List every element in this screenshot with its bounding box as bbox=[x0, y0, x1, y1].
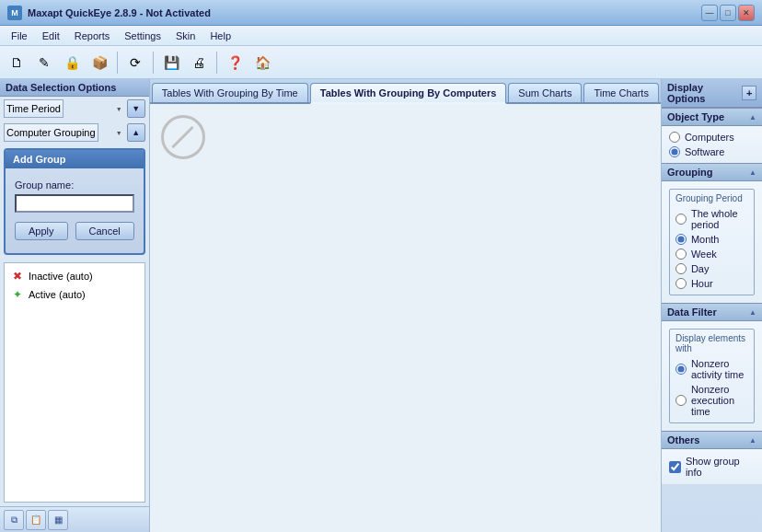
month-radio-item[interactable]: Month bbox=[675, 232, 748, 247]
menu-file[interactable]: File bbox=[4, 29, 35, 43]
toolbar-help-btn[interactable]: ❓ bbox=[222, 50, 248, 75]
left-panel: Data Selection Options Time Period ▼ Com… bbox=[0, 79, 150, 532]
menu-skin[interactable]: Skin bbox=[168, 29, 202, 43]
tab-sum-charts[interactable]: Sum Charts bbox=[508, 83, 582, 102]
display-options-title: Display Options bbox=[667, 82, 742, 104]
software-radio-label: Software bbox=[685, 146, 724, 157]
grouping-title: Grouping bbox=[667, 167, 713, 178]
week-radio[interactable] bbox=[675, 249, 687, 260]
toolbar-save-btn[interactable]: 💾 bbox=[158, 50, 184, 75]
software-radio[interactable] bbox=[669, 146, 680, 157]
add-group-header: Add Group bbox=[6, 150, 144, 168]
menu-edit[interactable]: Edit bbox=[35, 29, 67, 43]
right-panel: Display Options + Object Type ▲ Computer… bbox=[661, 79, 762, 532]
no-content-icon bbox=[161, 115, 205, 159]
object-type-collapse-icon: ▲ bbox=[749, 113, 756, 121]
month-radio[interactable] bbox=[675, 234, 687, 245]
toolbar-print-btn[interactable]: 🖨 bbox=[186, 50, 212, 75]
others-body: Show group info bbox=[662, 449, 762, 484]
data-filter-section-header[interactable]: Data Filter ▲ bbox=[662, 303, 762, 321]
apply-button[interactable]: Apply bbox=[15, 222, 68, 240]
close-button[interactable]: ✕ bbox=[738, 5, 755, 21]
tab-grouping-by-computers[interactable]: Tables With Grouping By Computers bbox=[310, 83, 507, 104]
copy-btn[interactable]: ⧉ bbox=[4, 510, 24, 530]
toolbar-edit-btn[interactable]: ✎ bbox=[31, 50, 57, 75]
inactive-item-label: Inactive (auto) bbox=[29, 271, 93, 282]
computer-grouping-wrapper: Computer Grouping bbox=[4, 123, 125, 142]
hour-label: Hour bbox=[691, 278, 713, 289]
show-group-info-checkbox-item[interactable]: Show group info bbox=[662, 453, 762, 480]
hour-radio[interactable] bbox=[675, 278, 687, 289]
computers-radio[interactable] bbox=[669, 132, 680, 143]
others-title: Others bbox=[667, 434, 699, 445]
object-type-body: Computers Software bbox=[662, 126, 762, 163]
tabs-bar: Tables With Grouping By Time Tables With… bbox=[150, 79, 661, 104]
whole-period-label: The whole period bbox=[691, 208, 748, 230]
active-icon: ✦ bbox=[10, 287, 25, 302]
menu-bar: File Edit Reports Settings Skin Help bbox=[0, 26, 762, 46]
group-name-label: Group name: bbox=[15, 179, 134, 191]
nonzero-execution-label: Nonzero execution time bbox=[691, 384, 748, 417]
window-controls: — □ ✕ bbox=[701, 5, 755, 21]
nonzero-execution-radio[interactable] bbox=[675, 395, 687, 406]
main-area: Data Selection Options Time Period ▼ Com… bbox=[0, 79, 762, 532]
toolbar-home-btn[interactable]: 🏠 bbox=[249, 50, 275, 75]
add-group-dialog: Add Group Group name: Apply Cancel bbox=[4, 148, 145, 255]
app-title: Maxapt QuickEye 2.8.9 - Not Activated bbox=[28, 7, 701, 18]
grid-btn[interactable]: ▦ bbox=[48, 510, 68, 530]
toolbar-new-btn[interactable]: 🗋 bbox=[4, 50, 29, 75]
whole-period-radio-item[interactable]: The whole period bbox=[675, 206, 748, 232]
toolbar-package-btn[interactable]: 📦 bbox=[87, 50, 112, 75]
whole-period-radio[interactable] bbox=[675, 214, 687, 225]
others-collapse-icon: ▲ bbox=[749, 436, 756, 445]
add-group-buttons: Apply Cancel bbox=[15, 222, 134, 246]
show-group-info-checkbox[interactable] bbox=[669, 461, 681, 473]
nonzero-activity-label: Nonzero activity time bbox=[691, 358, 748, 380]
day-radio-item[interactable]: Day bbox=[675, 261, 748, 276]
nonzero-activity-radio-item[interactable]: Nonzero activity time bbox=[675, 356, 748, 382]
grouping-section-header[interactable]: Grouping ▲ bbox=[662, 163, 762, 181]
grouping-body: Grouping Period The whole period Month W… bbox=[662, 181, 762, 303]
others-section-header[interactable]: Others ▲ bbox=[662, 431, 762, 449]
paste-btn[interactable]: 📋 bbox=[26, 510, 46, 530]
maximize-button[interactable]: □ bbox=[720, 5, 736, 21]
computer-grouping-expand-btn[interactable]: ▲ bbox=[127, 123, 145, 142]
content-area: Tables With Grouping By Time Tables With… bbox=[150, 79, 661, 532]
menu-settings[interactable]: Settings bbox=[117, 29, 168, 43]
list-item[interactable]: ✖ Inactive (auto) bbox=[6, 267, 143, 285]
computers-radio-item[interactable]: Computers bbox=[669, 130, 755, 145]
add-group-body: Group name: Apply Cancel bbox=[6, 168, 144, 253]
cancel-button[interactable]: Cancel bbox=[75, 222, 134, 240]
tab-time-charts[interactable]: Time Charts bbox=[583, 83, 659, 102]
menu-reports[interactable]: Reports bbox=[67, 29, 118, 43]
display-elements-subsection: Display elements with Nonzero activity t… bbox=[669, 329, 755, 423]
tab-grouping-by-time[interactable]: Tables With Grouping By Time bbox=[152, 83, 308, 102]
hour-radio-item[interactable]: Hour bbox=[675, 276, 748, 291]
nonzero-execution-radio-item[interactable]: Nonzero execution time bbox=[675, 382, 748, 419]
time-period-dropdown[interactable]: Time Period bbox=[4, 99, 64, 118]
group-name-input[interactable] bbox=[15, 194, 134, 213]
object-type-section-header[interactable]: Object Type ▲ bbox=[662, 108, 762, 126]
day-radio[interactable] bbox=[675, 263, 687, 274]
grouping-collapse-icon: ▲ bbox=[749, 168, 756, 177]
time-period-wrapper: Time Period bbox=[4, 99, 125, 118]
toolbar-lock-btn[interactable]: 🔒 bbox=[59, 50, 85, 75]
left-panel-header: Data Selection Options bbox=[0, 79, 149, 97]
list-item[interactable]: ✦ Active (auto) bbox=[6, 285, 143, 304]
software-radio-item[interactable]: Software bbox=[669, 145, 755, 159]
data-filter-collapse-icon: ▲ bbox=[749, 308, 756, 317]
active-item-label: Active (auto) bbox=[29, 289, 86, 300]
toolbar-refresh-btn[interactable]: ⟳ bbox=[122, 50, 148, 75]
computer-grouping-row: Computer Grouping ▲ bbox=[0, 121, 149, 145]
time-period-expand-btn[interactable]: ▼ bbox=[127, 99, 145, 118]
menu-help[interactable]: Help bbox=[202, 29, 238, 43]
computer-grouping-dropdown[interactable]: Computer Grouping bbox=[4, 123, 98, 142]
tab-content bbox=[150, 104, 661, 532]
month-label: Month bbox=[691, 234, 720, 245]
minimize-button[interactable]: — bbox=[701, 5, 718, 21]
nonzero-activity-radio[interactable] bbox=[675, 364, 687, 375]
week-radio-item[interactable]: Week bbox=[675, 247, 748, 261]
display-options-add-btn[interactable]: + bbox=[742, 86, 756, 100]
toolbar-sep-3 bbox=[216, 52, 217, 74]
toolbar-sep-1 bbox=[117, 52, 118, 74]
